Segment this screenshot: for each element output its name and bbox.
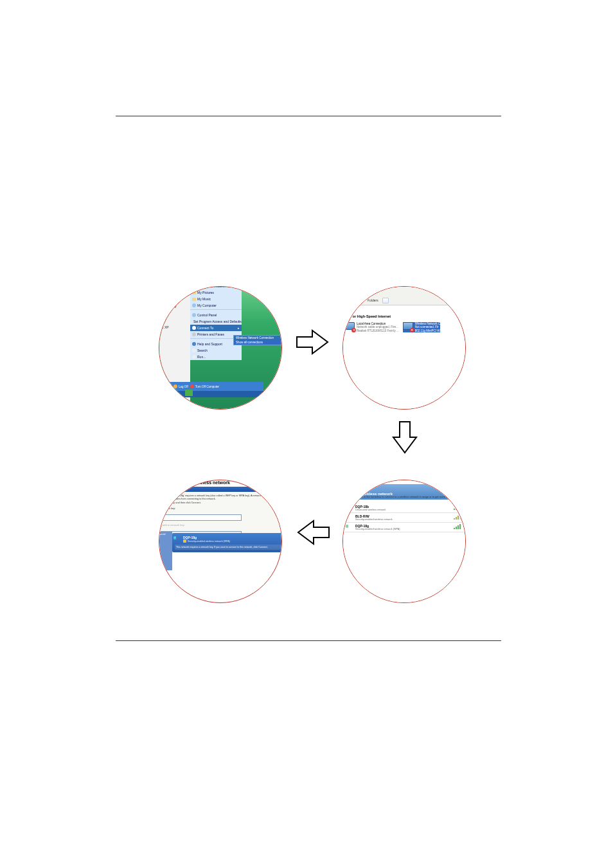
dialog-desc2: Type the key, and then click Connect. (161, 502, 281, 505)
lan-connection-item[interactable]: ✕ Local Area Connection Network cable un… (344, 322, 399, 332)
menu-connect-to[interactable]: Connect To▸ (190, 325, 242, 331)
taskbar-item[interactable]: indows Media Player (159, 392, 178, 395)
folder-icon (192, 298, 196, 301)
left-item[interactable]: at Screenhunter (159, 303, 190, 310)
connect-to-submenu: Wireless Network Connection Show all con… (233, 335, 282, 345)
arrow-down-icon (391, 420, 419, 455)
arrow-left-icon (296, 518, 330, 547)
lan-section: LAN or High-Speed Internet ✕ Local Area … (342, 312, 466, 334)
folder-icon (192, 286, 196, 288)
left-item[interactable]: ansfer (159, 286, 190, 289)
menu-help-item[interactable]: Help (362, 289, 369, 293)
menu-run[interactable]: Run... (190, 354, 242, 360)
network-security-line: Security-enabled wireless network (WPA) (183, 539, 282, 543)
search-icon (192, 348, 196, 352)
left-link[interactable]: Advanced (159, 532, 172, 537)
menu-my-music[interactable]: My Music (190, 296, 242, 302)
left-item[interactable]: indows XP (159, 324, 190, 330)
panel-heading: Choose a wireless network (172, 480, 230, 485)
label-confirm-key: Confirm network key: (161, 523, 281, 527)
item-status: Network cable unplugged, Fire... (357, 325, 399, 329)
network-item[interactable]: BLD-R/WSecurity-enabled wireless network (344, 513, 464, 523)
screenshot-choose-network: oose a wireless network Click an item in… (342, 480, 466, 603)
computer-icon (192, 303, 196, 307)
network-list: DQP-18bUnsecured wireless network BLD-R/… (344, 503, 464, 532)
menubar: Help (342, 287, 466, 296)
network-desc: Security-enabled wireless network (WPA) (355, 528, 452, 530)
lock-icon (183, 539, 186, 543)
control-panel-icon (192, 313, 196, 317)
toolbar: Folders (342, 296, 466, 305)
item-adapter: 802.11g MiniPCI W (415, 329, 441, 332)
item-status: Not connected, Fir (415, 325, 441, 329)
turnoff-button[interactable]: Turn Off Computer (190, 384, 219, 388)
printer-icon (192, 332, 196, 336)
left-item[interactable]: layer (159, 314, 190, 320)
disconnected-icon: ✕ (410, 328, 414, 332)
screenshot-network-key: Choose a wireless network ss Network Con… (159, 480, 282, 603)
network-annotation: This network requires a network key. If … (175, 545, 282, 550)
left-item[interactable]: ress (159, 334, 190, 341)
network-desc: Unsecured wireless network (355, 509, 452, 511)
network-desc: Security-enabled wireless network (355, 518, 452, 521)
section-header: LAN or High-Speed Internet (342, 312, 466, 320)
left-tasks-panel: Advanced (159, 532, 172, 570)
logoff-button[interactable]: Log Off (173, 384, 188, 388)
folder-icon (192, 291, 196, 294)
screenshot-start-menu: ansfer Media Player at Screenhunter laye… (159, 286, 282, 410)
connect-icon (192, 326, 196, 330)
left-item[interactable]: Media Player (159, 293, 190, 300)
item-adapter: Realtek RTL8169/8110 Family ... (357, 329, 399, 332)
menu-my-pictures[interactable]: My Pictures (190, 289, 242, 296)
menu-my-computer[interactable]: My Computer (190, 302, 242, 309)
dialog-titlebar: ss Network Connection (159, 487, 282, 492)
network-icon: ✕ (403, 322, 413, 331)
submenu-wireless[interactable]: Wireless Network Connection (234, 336, 282, 340)
menu-control-panel[interactable]: Control Panel (190, 312, 242, 318)
signal-icon (454, 505, 461, 510)
dialog-desc: he network 'DQP-18g' requires a network … (161, 494, 281, 500)
help-icon (192, 342, 196, 346)
arrow-right-icon (296, 328, 330, 356)
rule-top (116, 116, 501, 116)
selected-network-panel[interactable]: DQP-18g Security-enabled wireless networ… (172, 533, 282, 552)
disconnected-icon: ✕ (351, 328, 356, 332)
folders-icon (360, 299, 364, 302)
label-network-key: Network key: (161, 507, 281, 510)
antenna-icon (347, 505, 353, 511)
start-right-column: My Recent Documents ▸ My Pictures My Mus… (190, 286, 242, 360)
rule-bottom (116, 640, 501, 641)
network-key-input[interactable] (161, 514, 242, 521)
run-icon (192, 355, 196, 359)
submenu-show-all[interactable]: Show all connections (234, 340, 282, 345)
wireless-connection-item[interactable]: ✕ Wireless Network C Not connected, Fir … (403, 322, 441, 332)
network-icon: ✕ (344, 322, 355, 331)
start-bottom: Log Off Turn Off Computer (159, 382, 263, 391)
taskbar[interactable]: indows Media Player (159, 391, 282, 397)
power-icon (190, 384, 194, 388)
menu-program-access[interactable]: Set Program Access and Defaults (190, 318, 242, 325)
network-item[interactable]: DQP-18gSecurity-enabled wireless network… (344, 523, 464, 532)
antenna-icon (347, 524, 353, 530)
antenna-icon (175, 536, 181, 542)
menu-search[interactable]: Search (190, 347, 242, 354)
network-item[interactable]: DQP-18bUnsecured wireless network (344, 503, 464, 513)
start-button[interactable] (185, 390, 193, 396)
views-button[interactable] (382, 298, 389, 303)
signal-icon (454, 524, 461, 529)
panel-desc: Click an item in the list below to conne… (344, 494, 466, 500)
screenshot-network-connections: Help Folders LAN or High-Speed Internet … (342, 286, 466, 410)
signal-icon (454, 514, 461, 520)
logoff-icon (173, 384, 177, 388)
folders-button[interactable]: Folders (368, 298, 378, 302)
antenna-icon (347, 514, 353, 521)
